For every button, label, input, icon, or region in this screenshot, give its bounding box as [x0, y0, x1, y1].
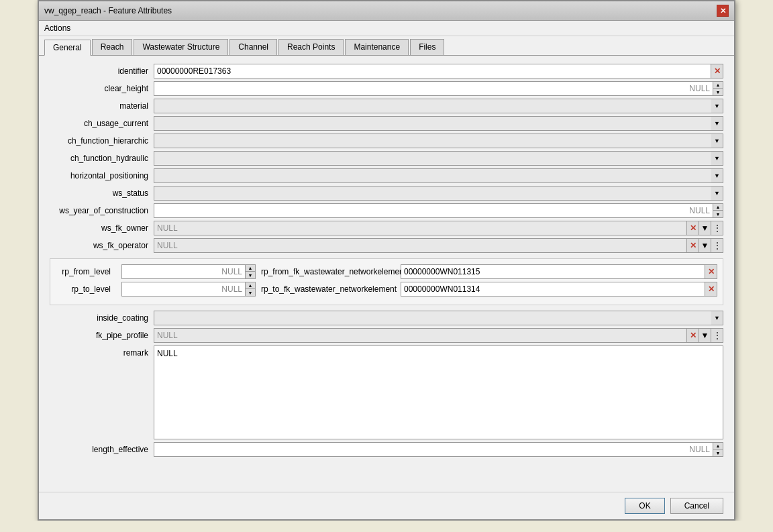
title-bar: vw_qgep_reach - Feature Attributes ✕ — [39, 1, 734, 21]
actions-label: Actions — [44, 23, 70, 33]
identifier-field-wrapper: ✕ — [154, 64, 723, 78]
ws-fk-owner-clear-button[interactable]: ✕ — [687, 221, 699, 235]
identifier-row: identifier ✕ — [50, 64, 723, 78]
ws-fk-owner-input[interactable] — [154, 221, 687, 235]
ws-fk-operator-dropdown-arrow: ▼ — [701, 241, 709, 250]
rp-to-level-input[interactable] — [121, 282, 245, 297]
bottom-buttons: OK Cancel — [39, 492, 734, 519]
ws-status-select-wrapper: ▼ — [154, 186, 723, 201]
tab-reach-points[interactable]: Reach Points — [278, 39, 344, 55]
ws-fk-operator-input[interactable] — [154, 238, 687, 253]
length-effective-spinner-wrapper: ▲ ▼ — [154, 442, 723, 457]
remark-label: remark — [50, 345, 154, 358]
rp-from-level-input[interactable] — [121, 264, 245, 279]
length-effective-label: length_effective — [50, 445, 154, 454]
window-title: vw_qgep_reach - Feature Attributes — [44, 6, 172, 15]
length-effective-input[interactable] — [154, 442, 713, 457]
tab-files[interactable]: Files — [410, 39, 444, 55]
horizontal-positioning-label: horizontal_positioning — [50, 171, 154, 180]
length-effective-spin-down[interactable]: ▼ — [713, 449, 723, 457]
rp-from-fk-input[interactable] — [401, 264, 705, 279]
rp-to-level-spin-down[interactable]: ▼ — [245, 289, 256, 297]
ws-fk-owner-label: ws_fk_owner — [50, 223, 154, 233]
clear-height-spin-down[interactable]: ▼ — [713, 89, 723, 96]
rp-to-row: rp_to_level ▲ ▼ rp_to_fk_wastewater_netw… — [56, 282, 717, 297]
clear-height-row: clear_height ▲ ▼ — [50, 81, 723, 96]
tab-reach[interactable]: Reach — [92, 39, 133, 55]
ws-year-input[interactable] — [154, 203, 713, 218]
rp-to-fk-label: rp_to_fk_wastewater_networkelement — [261, 284, 395, 294]
cancel-button[interactable]: Cancel — [670, 498, 723, 514]
rp-to-fk-clear-button[interactable]: ✕ — [705, 282, 717, 297]
tab-maintenance[interactable]: Maintenance — [345, 39, 409, 55]
ws-fk-operator-dropdown-button[interactable]: ▼ — [699, 238, 711, 253]
length-effective-spin-up[interactable]: ▲ — [713, 442, 723, 449]
ws-fk-operator-clear-icon: ✕ — [690, 241, 697, 250]
tab-general[interactable]: General — [44, 40, 91, 56]
ws-fk-operator-clear-button[interactable]: ✕ — [687, 238, 699, 253]
ws-fk-operator-label: ws_fk_operator — [50, 241, 154, 250]
ch-function-hierarchic-select[interactable] — [154, 134, 723, 148]
rp-to-level-spin-up[interactable]: ▲ — [245, 282, 256, 289]
fk-pipe-profile-row: fk_pipe_profile ✕ ▼ ⋮ — [50, 328, 723, 343]
main-window: vw_qgep_reach - Feature Attributes ✕ Act… — [38, 0, 735, 521]
material-label: material — [50, 101, 154, 111]
tab-bar: General Reach Wastewater Structure Chann… — [39, 36, 734, 56]
rp-from-row: rp_from_level ▲ ▼ rp_from_fk_wastewater_… — [56, 264, 717, 279]
material-select[interactable] — [154, 99, 723, 113]
tab-wastewater-structure[interactable]: Wastewater Structure — [134, 39, 228, 55]
ws-fk-operator-row: ws_fk_operator ✕ ▼ ⋮ — [50, 238, 723, 253]
clear-height-spinner-wrapper: ▲ ▼ — [154, 81, 723, 96]
ws-fk-owner-dropdown-button[interactable]: ▼ — [699, 221, 711, 235]
identifier-input[interactable] — [154, 64, 711, 78]
actions-bar: Actions — [39, 21, 734, 36]
ch-usage-current-select[interactable] — [154, 116, 723, 131]
ws-fk-owner-link-button[interactable]: ⋮ — [711, 221, 723, 235]
material-row: material ▼ — [50, 99, 723, 113]
rp-from-fk-clear-icon: ✕ — [708, 267, 715, 276]
ws-status-select[interactable] — [154, 186, 723, 201]
rp-from-level-spin-up[interactable]: ▲ — [245, 264, 256, 272]
clear-height-input[interactable] — [154, 81, 713, 96]
rp-from-level-spinner-wrapper: ▲ ▼ — [121, 264, 256, 279]
ch-usage-current-row: ch_usage_current ▼ — [50, 116, 723, 131]
ws-year-spin-down[interactable]: ▼ — [713, 211, 723, 218]
ch-usage-current-select-wrapper: ▼ — [154, 116, 723, 131]
remark-row: remark NULL — [50, 345, 723, 439]
clear-height-spinner: ▲ ▼ — [713, 81, 723, 96]
fk-pipe-profile-input[interactable] — [154, 328, 687, 343]
identifier-clear-button[interactable]: ✕ — [711, 64, 723, 78]
ws-fk-operator-link-button[interactable]: ⋮ — [711, 238, 723, 253]
fk-pipe-profile-link-icon: ⋮ — [713, 331, 721, 340]
ws-fk-operator-link-icon: ⋮ — [713, 241, 721, 250]
rp-from-fk-clear-button[interactable]: ✕ — [705, 264, 717, 279]
ok-button[interactable]: OK — [625, 498, 664, 514]
inside-coating-label: inside_coating — [50, 313, 154, 323]
fk-pipe-profile-link-button[interactable]: ⋮ — [711, 328, 723, 343]
rp-from-level-spin-down[interactable]: ▼ — [245, 272, 256, 279]
ws-year-spin-up[interactable]: ▲ — [713, 203, 723, 211]
remark-textarea[interactable]: NULL — [154, 345, 723, 439]
fk-pipe-profile-clear-button[interactable]: ✕ — [687, 328, 699, 343]
horizontal-positioning-select[interactable] — [154, 168, 723, 183]
ws-fk-owner-row: ws_fk_owner ✕ ▼ ⋮ — [50, 221, 723, 235]
length-effective-spinner: ▲ ▼ — [713, 442, 723, 457]
ch-function-hydraulic-select[interactable] — [154, 151, 723, 166]
ws-year-of-construction-label: ws_year_of_construction — [50, 206, 154, 215]
fk-pipe-profile-dropdown-arrow: ▼ — [701, 331, 709, 340]
inside-coating-row: inside_coating ▼ — [50, 311, 723, 325]
close-button[interactable]: ✕ — [717, 5, 729, 17]
inside-coating-select[interactable] — [154, 311, 723, 325]
ch-function-hierarchic-label: ch_function_hierarchic — [50, 136, 154, 146]
ws-fk-owner-dropdown-arrow: ▼ — [701, 223, 709, 233]
rp-to-fk-input[interactable] — [401, 282, 705, 297]
ws-fk-operator-field: ✕ ▼ ⋮ — [154, 238, 723, 253]
clear-icon: ✕ — [714, 66, 721, 76]
rp-section: rp_from_level ▲ ▼ rp_from_fk_wastewater_… — [50, 258, 723, 305]
tab-channel[interactable]: Channel — [229, 39, 277, 55]
ws-year-spinner-wrapper: ▲ ▼ — [154, 203, 723, 218]
ch-function-hierarchic-row: ch_function_hierarchic ▼ — [50, 134, 723, 148]
fk-pipe-profile-dropdown-button[interactable]: ▼ — [699, 328, 711, 343]
clear-height-spin-up[interactable]: ▲ — [713, 81, 723, 89]
rp-to-level-spinner: ▲ ▼ — [245, 282, 256, 297]
